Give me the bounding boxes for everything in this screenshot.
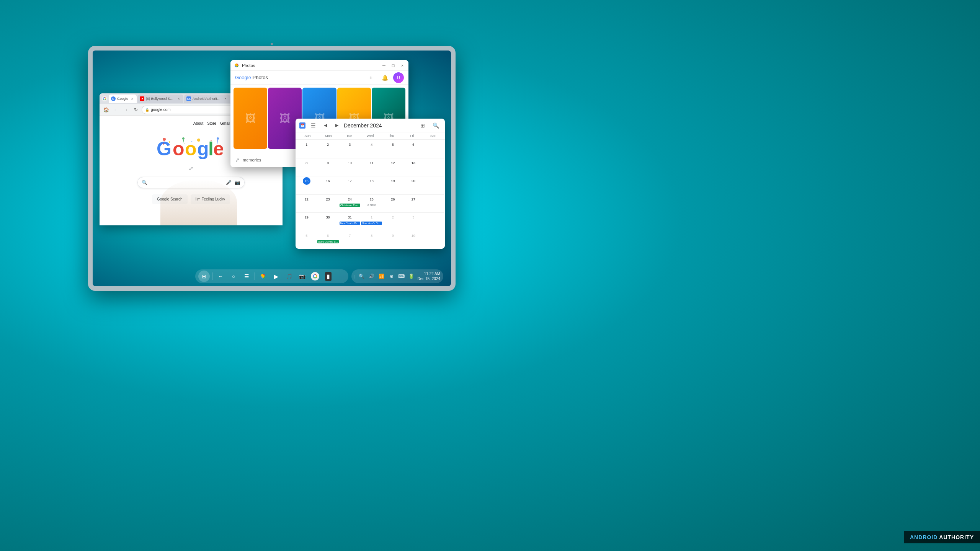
- cal-date-29[interactable]: 29: [303, 214, 310, 221]
- battery-tray-icon[interactable]: 🔋: [408, 272, 415, 280]
- cal-date-jan7[interactable]: 7: [346, 232, 354, 240]
- gmail-link[interactable]: Gmail: [220, 121, 230, 126]
- cal-date-19[interactable]: 19: [389, 177, 397, 185]
- taskbar-back[interactable]: ←: [215, 271, 226, 282]
- cal-date-6[interactable]: 6: [410, 141, 417, 148]
- cal-cell-jan7: 7: [339, 231, 361, 249]
- tab-youtube-close[interactable]: ×: [176, 96, 181, 101]
- cal-date-1[interactable]: 1: [303, 141, 310, 148]
- cal-date-24[interactable]: 24: [346, 196, 354, 203]
- calendar-menu-button[interactable]: ☰: [308, 120, 318, 131]
- photos-close[interactable]: ×: [399, 62, 405, 68]
- forward-button[interactable]: →: [122, 106, 130, 114]
- system-time[interactable]: 11:22 AM Dec 15, 2024: [418, 271, 441, 281]
- taskbar-photos[interactable]: [257, 271, 269, 282]
- home-button[interactable]: 🏠: [102, 106, 110, 114]
- cal-event-nyd[interactable]: New Year's Do...: [361, 222, 382, 225]
- taskbar-chrome[interactable]: [309, 271, 321, 282]
- cal-date-8[interactable]: 8: [303, 159, 310, 167]
- tab-youtube-title: (6) Bollywood Sunset M...: [146, 97, 175, 101]
- tab-youtube[interactable]: (6) Bollywood Sunset M... ×: [137, 95, 183, 103]
- cal-date-17[interactable]: 17: [346, 177, 354, 185]
- cal-date-18[interactable]: 18: [368, 177, 376, 185]
- calendar-prev-button[interactable]: ◀: [321, 121, 330, 130]
- cal-cell-jan9: 9: [382, 231, 403, 249]
- cal-date-3[interactable]: 3: [346, 141, 354, 148]
- voice-search-icon[interactable]: 🎤: [226, 180, 232, 185]
- cal-event-nye[interactable]: New Year's Ev...: [340, 222, 360, 225]
- google-about-link[interactable]: About: [193, 121, 203, 126]
- cal-date-16[interactable]: 16: [324, 177, 332, 185]
- cal-date-jan10[interactable]: 10: [410, 232, 417, 240]
- cal-event-guru[interactable]: Guru Govind S...: [317, 240, 339, 243]
- cal-date-20[interactable]: 20: [410, 177, 417, 185]
- taskbar-music[interactable]: 🎵: [283, 271, 295, 282]
- lens-search-icon[interactable]: 📷: [235, 180, 240, 185]
- reload-button[interactable]: ↻: [132, 106, 140, 114]
- day-header-tue: Tue: [339, 132, 360, 139]
- cal-date-9[interactable]: 9: [324, 159, 332, 167]
- cal-date-4[interactable]: 4: [368, 141, 376, 148]
- taskbar-home[interactable]: ○: [228, 271, 239, 282]
- svg-text:✦: ✦: [191, 140, 193, 143]
- photos-add-button[interactable]: +: [366, 72, 376, 83]
- tab-aa-close[interactable]: ×: [223, 96, 228, 101]
- cal-cell-9: 9: [317, 158, 339, 176]
- cal-cell-18: 18: [361, 176, 383, 194]
- wifi-tray-icon[interactable]: 📶: [378, 272, 385, 280]
- cal-date-jan2[interactable]: 2: [389, 214, 397, 221]
- tab-aa-title: Android Authority: Tec...: [193, 97, 222, 101]
- calendar-grid-view[interactable]: ⊞: [417, 120, 428, 131]
- cal-date-jan3[interactable]: 3: [410, 214, 417, 221]
- cal-date-10[interactable]: 10: [346, 159, 354, 167]
- tab-google-close[interactable]: ×: [130, 96, 134, 101]
- cal-date-22[interactable]: 22: [303, 196, 310, 203]
- cal-date-jan8[interactable]: 8: [368, 232, 376, 240]
- location-tray-icon[interactable]: ⊕: [388, 272, 395, 280]
- photos-maximize[interactable]: □: [390, 62, 396, 68]
- cal-date-31[interactable]: 31: [346, 214, 354, 221]
- tab-google[interactable]: G Google ×: [109, 95, 137, 103]
- taskbar-camera[interactable]: 📷: [296, 271, 308, 282]
- search-tray-icon[interactable]: 🔍: [358, 272, 366, 280]
- cal-date-25[interactable]: 25: [368, 196, 376, 203]
- volume-tray-icon[interactable]: 🔊: [368, 272, 376, 280]
- cal-cell-2: 2: [317, 140, 339, 158]
- cal-date-jan9[interactable]: 9: [389, 232, 397, 240]
- cal-cell-empty6: [423, 231, 444, 249]
- cal-date-13[interactable]: 13: [410, 159, 417, 167]
- cal-date-11[interactable]: 11: [368, 159, 376, 167]
- cal-event-christmas-eve[interactable]: Christmas Eve: [340, 204, 360, 207]
- cal-date-26[interactable]: 26: [389, 196, 397, 203]
- cal-date-12[interactable]: 12: [389, 159, 397, 167]
- cal-date-jan5[interactable]: 5: [303, 232, 310, 240]
- photos-notification-button[interactable]: 🔔: [379, 72, 390, 83]
- calendar-search-button[interactable]: 🔍: [430, 120, 441, 131]
- cal-date-jan1[interactable]: 1: [368, 214, 376, 221]
- back-button[interactable]: ←: [112, 106, 120, 114]
- share-icon[interactable]: ⤢: [189, 165, 193, 171]
- cal-date-15[interactable]: 15: [303, 177, 310, 185]
- photos-share-icon[interactable]: ⤢: [235, 157, 240, 163]
- cal-more-25[interactable]: 2 more: [367, 203, 377, 207]
- cal-date-30[interactable]: 30: [324, 214, 332, 221]
- photos-logo: Google Photos: [235, 75, 268, 80]
- day-header-wed: Wed: [360, 132, 381, 139]
- taskbar-terminal[interactable]: ▮: [322, 271, 334, 282]
- launcher-button[interactable]: ⊞: [198, 271, 210, 282]
- taskbar-play[interactable]: ▶: [270, 271, 282, 282]
- cal-date-27[interactable]: 27: [410, 196, 417, 203]
- photos-minimize[interactable]: ─: [381, 62, 387, 68]
- cal-date-23[interactable]: 23: [324, 196, 332, 203]
- day-header-sun: Sun: [297, 132, 318, 139]
- tab-android-authority[interactable]: AA Android Authority: Tec... ×: [184, 95, 230, 103]
- keyboard-tray-icon[interactable]: ⌨: [398, 272, 405, 280]
- cal-date-jan6[interactable]: 6: [324, 232, 332, 240]
- google-store-link[interactable]: Store: [207, 121, 216, 126]
- calendar-next-button[interactable]: ▶: [332, 121, 341, 130]
- taskbar-recent[interactable]: ☰: [241, 271, 252, 282]
- photos-user-avatar[interactable]: U: [393, 72, 404, 83]
- cal-date-2[interactable]: 2: [324, 141, 332, 148]
- cal-date-5[interactable]: 5: [389, 141, 397, 148]
- photo-thumb-1[interactable]: 🖼: [234, 88, 267, 149]
